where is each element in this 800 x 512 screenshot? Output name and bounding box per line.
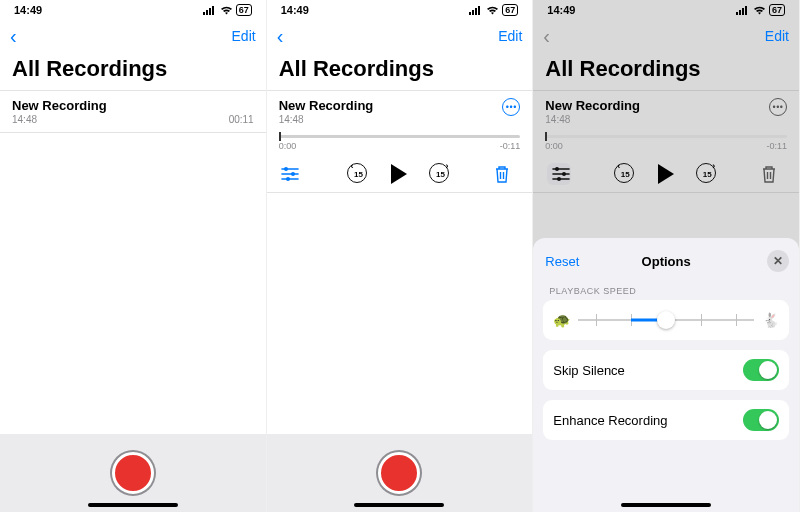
close-button[interactable]: ✕ — [767, 250, 789, 272]
nav-bar: ‹ Edit — [267, 20, 533, 52]
skip-back-button[interactable]: 15‹ — [347, 163, 369, 185]
svg-rect-0 — [203, 12, 205, 15]
playback-speed-slider[interactable] — [578, 310, 754, 330]
play-button[interactable] — [389, 163, 409, 185]
svg-point-12 — [291, 172, 295, 176]
skip-forward-button[interactable]: 15› — [429, 163, 451, 185]
edit-button[interactable]: Edit — [232, 28, 256, 44]
record-button[interactable] — [112, 452, 154, 494]
svg-rect-17 — [739, 10, 741, 15]
home-indicator[interactable] — [88, 503, 178, 507]
status-time: 14:49 — [14, 4, 42, 16]
reset-button[interactable]: Reset — [545, 254, 579, 269]
svg-rect-6 — [475, 8, 477, 15]
svg-rect-3 — [212, 6, 214, 15]
edit-button: Edit — [765, 28, 789, 44]
sliders-icon — [281, 167, 299, 181]
nav-bar: ‹ Edit — [0, 20, 266, 52]
svg-rect-18 — [742, 8, 744, 15]
recording-row-expanded: New Recording 14:48 ••• 0:00 -0:11 15‹ — [533, 90, 799, 193]
home-indicator[interactable] — [621, 503, 711, 507]
edit-button[interactable]: Edit — [498, 28, 522, 44]
svg-rect-7 — [478, 6, 480, 15]
scrub-elapsed: 0:00 — [545, 141, 563, 151]
page-title: All Recordings — [533, 52, 799, 90]
sheet-title: Options — [642, 254, 691, 269]
signal-icon — [736, 6, 750, 15]
signal-icon — [469, 6, 483, 15]
recording-time: 14:48 — [279, 114, 374, 125]
svg-point-13 — [286, 177, 290, 181]
screen-list: 14:49 67 ‹ Edit All Recordings New Recor… — [0, 0, 267, 512]
hare-icon: 🐇 — [762, 312, 779, 328]
skip-silence-row: Skip Silence — [543, 350, 789, 390]
wifi-icon — [753, 6, 766, 15]
enhance-recording-label: Enhance Recording — [553, 413, 667, 428]
skip-back-button: 15‹ — [614, 163, 636, 185]
record-button[interactable] — [378, 452, 420, 494]
svg-point-11 — [284, 167, 288, 171]
screen-options: 14:49 67 ‹ Edit All Recordings New Recor… — [533, 0, 800, 512]
playback-speed-card: 🐢 🐇 — [543, 300, 789, 340]
status-icons: 67 — [203, 4, 252, 16]
status-time: 14:49 — [547, 4, 575, 16]
playback-settings-button[interactable] — [281, 167, 305, 181]
wifi-icon — [220, 6, 233, 15]
enhance-recording-row: Enhance Recording — [543, 400, 789, 440]
scrub-elapsed: 0:00 — [279, 141, 297, 151]
enhance-recording-toggle[interactable] — [743, 409, 779, 431]
recording-row[interactable]: New Recording 14:48 00:11 — [0, 90, 266, 133]
skip-silence-toggle[interactable] — [743, 359, 779, 381]
signal-icon — [203, 6, 217, 15]
record-dock — [267, 434, 533, 512]
screen-expanded: 14:49 67 ‹ Edit All Recordings New Recor… — [267, 0, 534, 512]
trash-icon — [494, 165, 510, 183]
back-button: ‹ — [543, 25, 550, 48]
options-sheet: Reset Options ✕ PLAYBACK SPEED 🐢 🐇 — [533, 238, 799, 512]
delete-button — [761, 165, 785, 183]
back-button[interactable]: ‹ — [10, 25, 17, 48]
scrub-remaining: -0:11 — [766, 141, 787, 151]
status-icons: 67 — [736, 4, 785, 16]
play-icon — [656, 163, 676, 185]
nav-bar: ‹ Edit — [533, 20, 799, 52]
recording-row-expanded: New Recording 14:48 ••• 0:00 -0:11 15‹ — [267, 90, 533, 193]
svg-rect-16 — [736, 12, 738, 15]
status-time: 14:49 — [281, 4, 309, 16]
play-button — [656, 163, 676, 185]
status-bar: 14:49 67 — [267, 0, 533, 20]
wifi-icon — [486, 6, 499, 15]
svg-rect-19 — [745, 6, 747, 15]
status-icons: 67 — [469, 4, 518, 16]
more-button: ••• — [769, 98, 787, 116]
svg-point-24 — [562, 172, 566, 176]
home-indicator[interactable] — [354, 503, 444, 507]
trash-icon — [761, 165, 777, 183]
skip-forward-button: 15› — [696, 163, 718, 185]
recording-name: New Recording — [12, 98, 107, 113]
section-playback-speed: PLAYBACK SPEED — [549, 286, 783, 296]
status-bar: 14:49 67 — [533, 0, 799, 20]
page-title: All Recordings — [0, 52, 266, 90]
scrubber[interactable]: 0:00 -0:11 — [279, 135, 521, 151]
sliders-icon — [552, 167, 570, 181]
skip-silence-label: Skip Silence — [553, 363, 625, 378]
back-button[interactable]: ‹ — [277, 25, 284, 48]
recording-duration: 00:11 — [229, 114, 254, 125]
battery-icon: 67 — [236, 4, 252, 16]
tortoise-icon: 🐢 — [553, 312, 570, 328]
playback-settings-button — [547, 163, 571, 185]
recording-name: New Recording — [279, 98, 374, 113]
svg-rect-5 — [472, 10, 474, 15]
recording-time: 14:48 — [545, 114, 640, 125]
more-button[interactable]: ••• — [502, 98, 520, 116]
recording-name: New Recording — [545, 98, 640, 113]
svg-rect-4 — [469, 12, 471, 15]
recording-time: 14:48 — [12, 114, 107, 125]
battery-icon: 67 — [502, 4, 518, 16]
delete-button[interactable] — [494, 165, 518, 183]
scrubber: 0:00 -0:11 — [545, 135, 787, 151]
svg-point-23 — [555, 167, 559, 171]
page-title: All Recordings — [267, 52, 533, 90]
svg-point-25 — [557, 177, 561, 181]
